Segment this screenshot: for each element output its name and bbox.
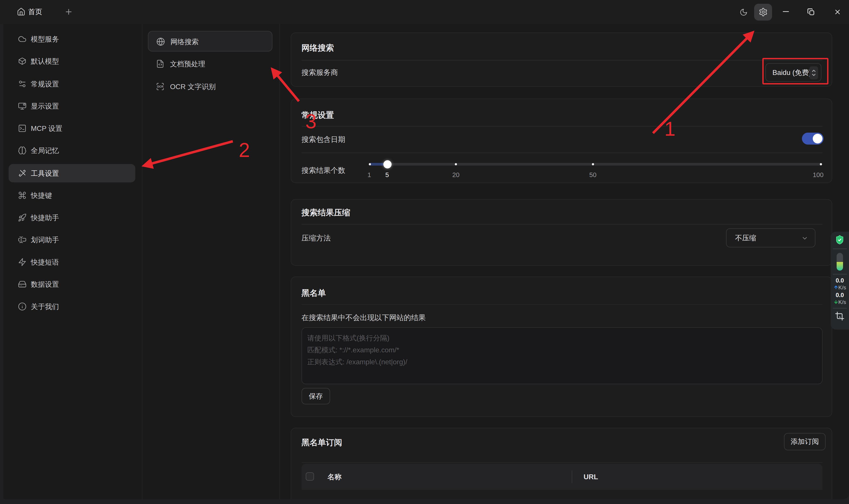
globe-icon [156,37,165,46]
slider-mark-5[interactable]: 5 [385,171,389,179]
moon-icon [740,8,748,16]
provider-select-value: Baidu (免费) [773,68,811,77]
column-name: 名称 [327,472,342,482]
minimize-icon [782,7,790,16]
zap-icon [18,258,26,266]
sidebar-item-shortcuts[interactable]: 快捷键 [8,186,135,204]
sidebar-item-about-us[interactable]: 关于我们 [8,297,135,316]
info-icon [18,302,26,311]
screenshot-crop-icon[interactable] [835,311,845,321]
sidebar-item-quick-phrases[interactable]: 快捷短语 [8,253,135,271]
sidebar-item-display-settings[interactable]: 显示设置 [8,97,135,115]
divider [302,224,823,224]
theme-toggle-button[interactable] [740,8,748,16]
column-divider [572,470,572,483]
download-speed-unit: K/s [831,299,849,305]
sidebar-item-quick-assistant[interactable]: 快捷助手 [8,209,135,227]
subsidebar-divider [279,24,280,499]
subsidebar-item-doc-preprocess[interactable]: 文档预处理 [148,54,272,74]
select-all-checkbox[interactable] [306,472,314,481]
method-select[interactable]: 不压缩 [726,228,815,247]
battery-capsule-icon[interactable] [837,253,843,271]
blacklist-title: 黑名单 [302,288,326,299]
terminal-icon [18,124,26,133]
add-subscription-button[interactable]: 添加订阅 [784,433,826,450]
sidebar-item-model-services[interactable]: 模型服务 [8,30,135,48]
search-date-label: 搜索包含日期 [302,134,345,144]
compression-card: 搜索结果压缩 压缩方法 不压缩 [291,199,832,266]
search-date-toggle[interactable] [802,133,824,145]
slider-dot [820,163,822,165]
sidebar-item-label: 快捷助手 [31,213,59,222]
settings-button[interactable] [754,4,772,21]
subscription-card: 黑名单订阅 添加订阅 名称 URL [291,428,832,504]
sidebar-item-label: 快捷键 [31,191,52,200]
slider-mark-1[interactable]: 1 [367,171,371,179]
sidebar-item-data-settings[interactable]: 数据设置 [8,275,135,293]
arrow-down-icon [833,300,838,304]
save-button[interactable]: 保存 [302,388,330,404]
divider [833,308,847,308]
slider-mark-50[interactable]: 50 [589,171,597,179]
divider [833,274,847,274]
subsidebar-item-label: 网络搜索 [170,37,199,47]
subscription-table-header: 名称 URL [302,464,823,490]
shield-check-icon[interactable] [835,234,845,246]
sliders-icon [18,79,26,88]
slider-mark-100[interactable]: 100 [813,171,824,179]
toggle-knob [813,134,823,143]
sidebar-item-general-settings[interactable]: 常规设置 [8,75,135,93]
chevron-down-icon [801,235,808,242]
text-cursor-icon [18,235,26,244]
web-search-title: 网络搜索 [302,43,334,54]
subscription-title: 黑名单订阅 [302,437,342,448]
upload-speed-value: 0.0 [831,277,849,284]
restore-button[interactable] [807,8,815,16]
tab-home-label[interactable]: 首页 [28,7,42,16]
result-count-label: 搜索结果个数 [302,166,345,175]
tools-icon [18,169,26,178]
sidebar-item-label: 关于我们 [31,302,59,311]
home-icon [17,7,25,16]
download-unit-text: K/s [838,299,846,305]
sidebar-item-default-models[interactable]: 默认模型 [8,52,135,70]
sidebar-item-label: 划词助手 [31,235,59,245]
titlebar: 首页 [0,0,849,24]
sidebar-divider [142,24,142,499]
tab-home[interactable] [17,7,25,16]
monitor-widget-panel: 0.0 K/s 0.0 K/s [831,232,849,329]
hard-drive-icon [18,280,26,288]
upload-unit-text: K/s [838,285,846,290]
slider-dot [369,163,371,165]
method-label: 压缩方法 [302,233,331,243]
upload-speed-unit: K/s [831,284,849,291]
slider-mark-20[interactable]: 20 [452,171,460,179]
result-count-slider[interactable]: 1 5 20 50 100 [369,159,822,181]
minimize-button[interactable] [782,7,790,16]
sidebar-item-tool-settings[interactable]: 工具设置 [8,164,135,182]
sidebar-item-label: 显示设置 [31,102,59,111]
close-button[interactable] [834,8,841,16]
subsidebar-item-ocr[interactable]: OCR OCR 文字识别 [148,76,272,97]
sidebar-item-selection-assistant[interactable]: 划词助手 [8,231,135,249]
compression-title: 搜索结果压缩 [302,208,350,218]
provider-label: 搜索服务商 [302,68,338,77]
web-search-card: 网络搜索 搜索服务商 Baidu (免费) [291,33,832,87]
sidebar-item-label: 常规设置 [31,79,59,89]
subsidebar-item-web-search[interactable]: 网络搜索 [148,31,272,52]
sidebar-item-mcp-settings[interactable]: MCP 设置 [8,119,135,138]
ocr-scan-icon: OCR [156,82,164,91]
rocket-icon [18,213,26,222]
slider-thumb[interactable] [383,160,392,168]
subsidebar-item-label: OCR 文字识别 [170,82,216,91]
blacklist-textarea[interactable] [302,327,823,384]
sidebar-item-label: 数据设置 [31,280,59,289]
blacklist-card: 黑名单 在搜索结果中不会出现以下网站的结果 保存 [291,276,832,417]
ocr-icon-text: OCR [157,85,164,88]
download-speed-value: 0.0 [831,292,849,299]
provider-select[interactable]: Baidu (免费) [765,63,821,82]
sidebar-item-label: 工具设置 [31,169,59,178]
sidebar-item-global-memory[interactable]: 全局记忆 [8,141,135,160]
restore-icon [807,8,815,16]
new-tab-button[interactable] [64,7,73,16]
